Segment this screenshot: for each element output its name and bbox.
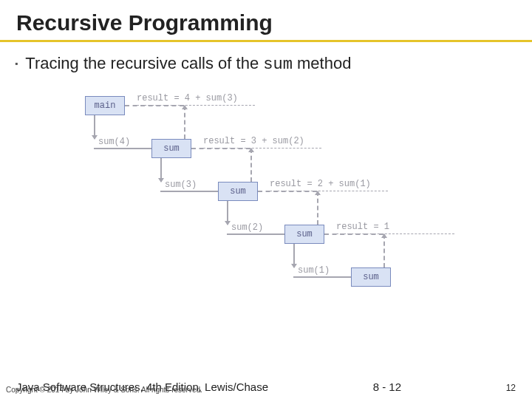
result-label: result = 2 + sum(1): [270, 179, 388, 191]
return-arrow: [383, 234, 385, 267]
result-label: result = 3 + sum(2): [203, 136, 321, 149]
call-box-s1: sum: [351, 267, 391, 287]
return-arrow: [250, 149, 252, 182]
bullet-mark: ▪: [15, 58, 18, 69]
call-connector: [227, 233, 284, 235]
call-box-s2: sum: [284, 225, 324, 244]
call-connector: [94, 148, 151, 149]
footer-left: Java Software Structures, 4th Edition, L…: [16, 381, 268, 393]
call-connector: [160, 191, 218, 192]
call-box-main: main: [85, 96, 125, 115]
call-arrow: [227, 201, 228, 225]
call-box-s3: sum: [218, 182, 258, 201]
return-arrow: [184, 106, 185, 139]
bullet-text-pre: Tracing the recursive calls of the: [25, 54, 263, 72]
bullet-code: sum: [263, 55, 293, 74]
result-label: result = 1: [336, 222, 454, 234]
return-arrow: [317, 191, 318, 225]
call-arrow: [94, 115, 95, 139]
bullet-row: ▪ Tracing the recursive calls of the sum…: [0, 52, 532, 74]
call-box-s4: sum: [151, 139, 191, 158]
footer-chapter-page: 8 - 12: [373, 381, 401, 393]
bullet-text-post: method: [293, 54, 352, 72]
call-connector: [293, 276, 351, 278]
bullet-text: Tracing the recursive calls of the sum m…: [25, 54, 351, 74]
call-label: sum(1): [298, 265, 330, 276]
call-label: sum(2): [231, 222, 263, 233]
footer-copyright: Copyright © 2014 by John Wiley & Sons. A…: [6, 386, 202, 394]
slide-title: Recursive Programming: [0, 0, 532, 40]
footer-slide-number: 12: [506, 383, 516, 393]
recursion-trace-diagram: mainsumsumsumsumsum(4)sum(3)sum(2)sum(1)…: [85, 96, 469, 325]
footer: Java Software Structures, 4th Edition, L…: [0, 381, 532, 393]
call-arrow: [293, 244, 295, 267]
title-underline: [0, 40, 532, 42]
call-label: sum(4): [98, 137, 130, 147]
call-label: sum(3): [165, 180, 197, 190]
call-arrow: [160, 158, 162, 182]
result-label: result = 4 + sum(3): [137, 93, 255, 106]
